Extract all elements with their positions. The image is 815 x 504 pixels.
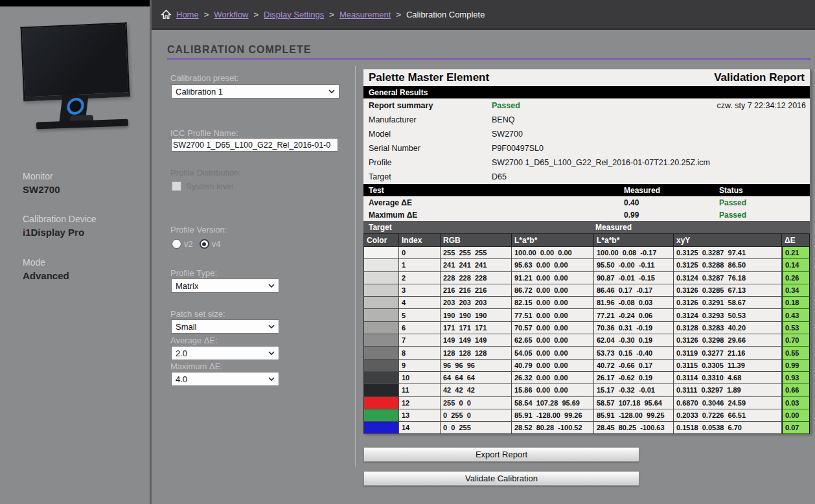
icc-profile-name-input[interactable] — [171, 138, 338, 152]
patch-target-lab: 85.91 -128.00 99.26 — [512, 409, 594, 422]
general-results-label: General Results — [363, 88, 428, 97]
patch-target-lab: 40.79 0.00 0.00 — [512, 360, 594, 372]
patch-target-lab: 62.65 0.00 0.00 — [512, 334, 594, 347]
app-window: Monitor SW2700 Calibration Device i1Disp… — [0, 0, 815, 504]
patch-rgb: 42 42 42 — [441, 384, 512, 396]
report-summary-value: Passed — [492, 101, 520, 110]
top-bar: Home > Workflow > Display Settings > Mea… — [152, 0, 815, 30]
maximum-de-measured: 0.99 — [624, 211, 639, 220]
radio-v2[interactable] — [172, 239, 181, 249]
target-value: D65 — [492, 172, 507, 181]
home-icon[interactable] — [161, 9, 172, 20]
col-target-lab: L*a*b* — [512, 234, 594, 247]
breadcrumb-link-measurement[interactable]: Measurement — [339, 10, 391, 19]
patch-xyy: 0.3115 0.3305 11.39 — [674, 360, 782, 372]
monitor-image — [17, 18, 133, 138]
mode-label: Mode — [23, 257, 69, 268]
patch-delta-e: 0.53 — [782, 322, 810, 334]
radio-v4-label: v4 — [212, 239, 221, 249]
patch-target-lab: 15.86 0.00 0.00 — [512, 384, 594, 396]
profile-type-select[interactable]: Matrix — [171, 279, 279, 293]
patch-delta-e: 0.18 — [782, 297, 810, 309]
patch-index: 10 — [399, 372, 441, 384]
profile-version-radios: v2 v4 — [172, 239, 227, 249]
patch-measured-lab: 70.36 0.31 -0.19 — [594, 322, 674, 334]
patch-measured-lab: 95.50 -0.00 -0.11 — [594, 259, 674, 271]
profile-row: Profile SW2700 1_D65_L100_G22_Rel_2016-0… — [363, 155, 810, 170]
report-date: czw. sty 7 22:34:12 2016 — [717, 101, 806, 110]
breadcrumb-link-home[interactable]: Home — [176, 10, 199, 19]
patch-row: 12 255 0 0 58.54 107.28 95.69 58.57 107.… — [363, 397, 810, 409]
patch-target-lab: 28.52 80.28 -100.52 — [512, 422, 594, 434]
serial-number-row: Serial Number P9F00497SL0 — [363, 141, 810, 155]
patch-set-size-value: Small — [172, 322, 197, 332]
monitor-base-graphic — [36, 119, 128, 130]
report-summary-row: Report summary Passed czw. sty 7 22:34:1… — [363, 98, 810, 113]
patch-delta-e: 0.43 — [782, 309, 810, 321]
chevron-down-icon — [268, 377, 275, 381]
patch-set-size-select[interactable]: Small — [171, 319, 279, 334]
patch-row: 4 203 203 203 82.15 0.00 0.00 81.96 -0.0… — [363, 297, 810, 309]
patch-index: 6 — [399, 322, 441, 334]
patch-row: 7 149 149 149 62.65 0.00 0.00 62.04 -0.3… — [363, 334, 810, 347]
patch-rgb: 149 149 149 — [441, 334, 512, 347]
patch-rgb: 255 0 0 — [441, 397, 512, 409]
patch-index: 0 — [399, 247, 441, 259]
color-swatch — [363, 409, 399, 422]
breadcrumb-link-display-settings[interactable]: Display Settings — [264, 10, 324, 19]
calibration-device-label: Calibration Device — [23, 214, 97, 224]
export-report-button[interactable]: Export Report — [363, 447, 639, 462]
patch-delta-e: 0.03 — [782, 397, 810, 409]
patch-row: 14 0 0 255 28.52 80.28 -100.52 28.45 80.… — [363, 422, 810, 434]
color-swatch — [363, 347, 399, 359]
breadcrumb-separator: > — [396, 10, 401, 19]
average-de-select[interactable]: 2.0 — [171, 346, 279, 360]
patch-xyy: 0.3125 0.3287 97.41 — [674, 247, 782, 259]
breadcrumb: Home > Workflow > Display Settings > Mea… — [161, 9, 485, 20]
breadcrumb-separator: > — [254, 10, 259, 19]
radio-v4[interactable] — [200, 239, 209, 249]
patch-row: 10 64 64 64 26.32 0.00 0.00 26.17 -0.62 … — [363, 372, 810, 384]
breadcrumb-link-workflow[interactable]: Workflow — [214, 10, 248, 19]
patch-rgb: 128 128 128 — [441, 347, 512, 359]
patch-row: 5 190 190 190 77.51 0.00 0.00 77.21 -0.2… — [363, 309, 810, 321]
report-type-title: Validation Report — [714, 71, 805, 84]
patch-rgb: 228 228 228 — [441, 272, 512, 284]
patch-row: 8 128 128 128 54.05 0.00 0.00 53.73 0.15… — [363, 347, 810, 359]
patch-xyy: 0.3111 0.3297 1.89 — [674, 384, 782, 396]
color-swatch — [363, 334, 399, 347]
patch-table: Color Index RGB L*a*b* L*a*b* xyY ΔE 0 2… — [363, 233, 810, 434]
target-label: Target — [363, 172, 492, 181]
calibration-preset-label: Calibration preset: — [170, 73, 239, 83]
patch-xyy: 0.3128 0.3283 40.20 — [674, 322, 782, 334]
maximum-de-label: Maximum ΔE: — [170, 361, 223, 371]
patch-index: 2 — [399, 272, 441, 284]
breadcrumb-separator: > — [329, 10, 334, 19]
calibration-preset-select[interactable]: Calibration 1 — [171, 84, 339, 98]
maximum-de-select[interactable]: 4.0 — [171, 372, 279, 386]
patch-rgb: 64 64 64 — [441, 372, 512, 384]
patch-delta-e: 0.99 — [782, 360, 810, 372]
title-underline — [167, 58, 811, 60]
patch-row: 2 228 228 228 91.21 0.00 0.00 90.87 -0.0… — [363, 272, 810, 284]
col-measured-lab: L*a*b* — [594, 234, 674, 247]
patch-row: 3 216 216 216 86.72 0.00 0.00 86.46 0.17… — [363, 284, 810, 297]
sidebar-mode-block: Mode Advanced — [23, 257, 69, 281]
col-delta-e: ΔE — [782, 234, 810, 247]
patch-delta-e: 0.70 — [782, 334, 810, 347]
average-de-label: Average ΔE: — [170, 336, 218, 345]
sidebar-top-strip — [0, 0, 150, 6]
validate-calibration-button[interactable]: Validate Calibration — [363, 471, 639, 486]
patch-index: 9 — [399, 360, 441, 372]
patch-xyy: 0.3124 0.3287 76.18 — [674, 272, 782, 284]
color-swatch — [363, 384, 399, 396]
system-level-checkbox[interactable] — [172, 181, 181, 191]
model-label: Model — [363, 130, 492, 139]
maximum-de-test-label: Maximum ΔE — [363, 211, 417, 220]
patch-measured-lab: 28.45 80.25 -100.63 — [594, 422, 674, 434]
serial-number-label: Serial Number — [363, 144, 492, 153]
color-swatch — [363, 322, 399, 334]
profile-distribution-label: Profile Distribution: — [170, 168, 241, 178]
report-summary-label: Report summary — [363, 101, 492, 110]
target-measured-bar: Target Measured — [363, 221, 810, 233]
